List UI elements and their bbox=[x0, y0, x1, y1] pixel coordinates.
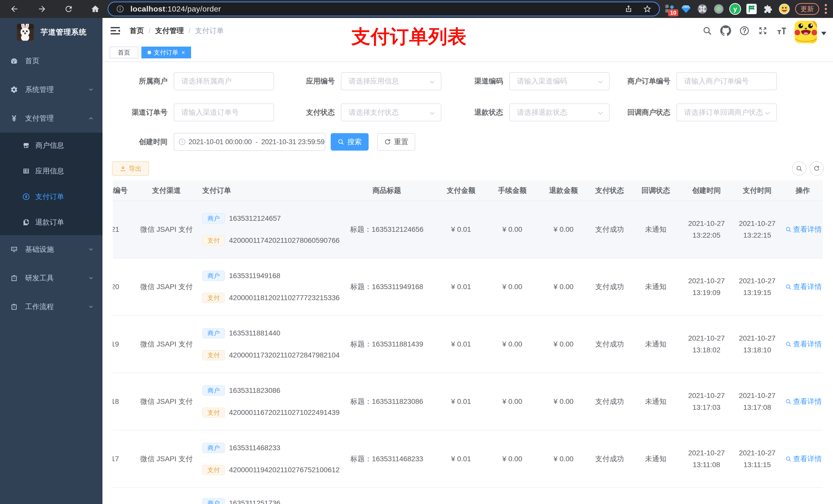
col-actions[interactable]: 操作 bbox=[783, 180, 823, 201]
refresh-table-button[interactable] bbox=[809, 161, 824, 176]
merchant-order-line: 商户 1635311881440 bbox=[203, 328, 336, 338]
extension-screenshot[interactable]: 10 bbox=[661, 0, 678, 18]
site-info-icon[interactable] bbox=[116, 5, 124, 13]
breadcrumb-home[interactable]: 首页 bbox=[129, 26, 144, 35]
browser-home-button[interactable] bbox=[82, 0, 109, 18]
cell-order-id: 121 bbox=[113, 201, 136, 258]
notify-status-input[interactable] bbox=[677, 104, 777, 121]
header-font-size-button[interactable] bbox=[772, 18, 791, 44]
filter-app-select[interactable] bbox=[341, 72, 441, 90]
table-row[interactable]: 118 微信 JSAPI 支付 商户 1635311823086 支付 4200… bbox=[113, 373, 823, 430]
browser-forward-button[interactable] bbox=[29, 0, 55, 18]
cell-refund-amount bbox=[538, 488, 589, 504]
sidebar-item-payment[interactable]: 支付管理 bbox=[0, 104, 102, 133]
browser-profile-avatar[interactable] bbox=[776, 0, 792, 18]
col-notify-status[interactable]: 回调状态 bbox=[630, 180, 681, 201]
extension-flag[interactable] bbox=[743, 0, 760, 18]
sidebar-item-merchant-info[interactable]: 商户信息 bbox=[0, 133, 102, 158]
sidebar-toggle-button[interactable] bbox=[102, 18, 126, 44]
sidebar-item-infrastructure[interactable]: 基础设施 bbox=[0, 235, 102, 264]
header-fullscreen-button[interactable] bbox=[754, 18, 772, 44]
filter-date-range-picker[interactable]: 2021-10-01 00:00:00 - 2021-10-31 23:59:5… bbox=[174, 133, 325, 151]
export-button[interactable]: 导出 bbox=[112, 161, 149, 176]
header-docs-button[interactable] bbox=[735, 18, 754, 44]
col-fee-amount[interactable]: 手续金额 bbox=[487, 180, 538, 201]
filter-pay-status-select[interactable] bbox=[341, 103, 441, 121]
sidebar-item-refund-order[interactable]: 退款订单 bbox=[0, 210, 102, 235]
col-pay-order[interactable]: 支付订单 bbox=[197, 180, 338, 201]
col-refund-amount[interactable]: 退款金额 bbox=[538, 180, 589, 201]
bookmark-star-icon[interactable] bbox=[643, 4, 652, 14]
header-search-button[interactable] bbox=[698, 18, 716, 44]
table-row[interactable]: 117 微信 JSAPI 支付 商户 1635311468233 支付 4200… bbox=[113, 430, 823, 488]
cell-create-time: 2021-10-2713:22:05 bbox=[681, 201, 732, 258]
table-row[interactable]: 120 微信 JSAPI 支付 商户 1635311949168 支付 4200… bbox=[113, 258, 823, 315]
view-detail-link[interactable]: 查看详情 bbox=[785, 339, 822, 349]
search-button[interactable]: 搜索 bbox=[331, 133, 368, 150]
view-detail-link[interactable]: 查看详情 bbox=[785, 454, 822, 464]
date-start-value[interactable]: 2021-10-01 00:00:00 bbox=[189, 138, 252, 146]
user-menu-caret[interactable] bbox=[821, 32, 826, 35]
cell-pay-status: 支付成功 bbox=[589, 315, 630, 373]
date-end-value[interactable]: 2021-10-31 23:59:59 bbox=[261, 138, 325, 146]
table-row[interactable]: 121 微信 JSAPI 支付 商户 1635312124657 支付 4200… bbox=[113, 201, 823, 258]
filter-label-merchant: 所属商户 bbox=[110, 72, 168, 90]
filter-merchant-select[interactable] bbox=[174, 72, 274, 90]
col-pay-amount[interactable]: 支付金额 bbox=[435, 180, 487, 201]
col-pay-status[interactable]: 支付状态 bbox=[589, 180, 630, 201]
browser-back-button[interactable] bbox=[0, 0, 29, 18]
app-select-input[interactable] bbox=[341, 73, 441, 90]
cell-pay-amount: ¥ 0.01 bbox=[435, 373, 487, 430]
table-row[interactable]: 119 微信 JSAPI 支付 商户 1635311881440 支付 4200… bbox=[113, 315, 823, 373]
sidebar-item-pay-order[interactable]: 支付订单 bbox=[0, 184, 102, 210]
breadcrumb-separator: / bbox=[189, 27, 191, 35]
address-bar[interactable]: localhost:1024/pay/order bbox=[108, 2, 660, 16]
tag-pay-order[interactable]: 支付订单 × bbox=[141, 47, 191, 58]
cell-pay-channel: 微信 JSAPI 支付 bbox=[136, 258, 197, 315]
channel-order-input[interactable] bbox=[174, 104, 273, 121]
reset-button[interactable]: 重置 bbox=[377, 133, 415, 150]
tag-close-icon[interactable]: × bbox=[181, 49, 185, 55]
extensions-puzzle-button[interactable] bbox=[760, 0, 776, 18]
cell-pay-order: 商户 1635311949168 支付 42000011812021102777… bbox=[197, 258, 338, 315]
col-product-title[interactable]: 商品标题 bbox=[338, 180, 435, 201]
cell-product-title: 标题：1635311823086 bbox=[338, 373, 435, 430]
toggle-search-button[interactable] bbox=[792, 161, 806, 176]
view-detail-link[interactable]: 查看详情 bbox=[785, 224, 822, 234]
table-row[interactable]: 116 商户 1635311251736 bbox=[113, 488, 823, 504]
emoji-avatar-icon bbox=[779, 3, 790, 15]
sidebar-item-home[interactable]: 首页 bbox=[0, 47, 102, 75]
cell-pay-amount: ¥ 0.01 bbox=[435, 315, 487, 373]
merchant-order-line: 商户 1635311823086 bbox=[203, 385, 336, 396]
browser-menu-button[interactable] bbox=[821, 0, 831, 18]
tag-home[interactable]: 首页 bbox=[110, 47, 138, 58]
merchant-order-input[interactable] bbox=[677, 73, 777, 90]
col-pay-channel[interactable]: 支付渠道 bbox=[136, 180, 197, 201]
browser-update-button[interactable]: 更新 bbox=[795, 3, 819, 15]
extension-gem[interactable] bbox=[678, 0, 694, 18]
filter-merchant-order-input[interactable] bbox=[676, 72, 777, 90]
view-detail-link[interactable]: 查看详情 bbox=[785, 282, 822, 292]
extension-command[interactable] bbox=[694, 0, 711, 18]
sidebar-item-dev-tools[interactable]: 研发工具 bbox=[0, 264, 102, 292]
extension-recorder[interactable] bbox=[711, 0, 727, 18]
filter-channel-order-input[interactable] bbox=[174, 103, 274, 121]
extension-y-app[interactable]: y bbox=[727, 0, 743, 18]
col-create-time[interactable]: 创建时间 bbox=[681, 180, 732, 201]
filter-notify-status-select[interactable] bbox=[676, 103, 777, 121]
sidebar-logo[interactable]: 芋道管理系统 bbox=[0, 18, 102, 47]
breadcrumb-group[interactable]: 支付管理 bbox=[155, 26, 184, 35]
share-icon[interactable] bbox=[624, 5, 633, 13]
merchant-select-input[interactable] bbox=[174, 73, 273, 90]
browser-reload-button[interactable] bbox=[55, 0, 82, 18]
col-order-id[interactable]: 订单编号 bbox=[113, 180, 136, 201]
user-avatar[interactable] bbox=[794, 21, 817, 43]
sidebar-item-workflow[interactable]: 工作流程 bbox=[0, 292, 102, 321]
view-detail-link[interactable]: 查看详情 bbox=[785, 397, 822, 406]
col-pay-time[interactable]: 支付时间 bbox=[732, 180, 783, 201]
sidebar-item-system[interactable]: 系统管理 bbox=[0, 75, 102, 104]
header-github-button[interactable] bbox=[716, 18, 735, 44]
pay-status-input[interactable] bbox=[341, 104, 441, 121]
sidebar-item-app-info[interactable]: 应用信息 bbox=[0, 158, 102, 184]
chevron-down-icon bbox=[88, 247, 94, 252]
